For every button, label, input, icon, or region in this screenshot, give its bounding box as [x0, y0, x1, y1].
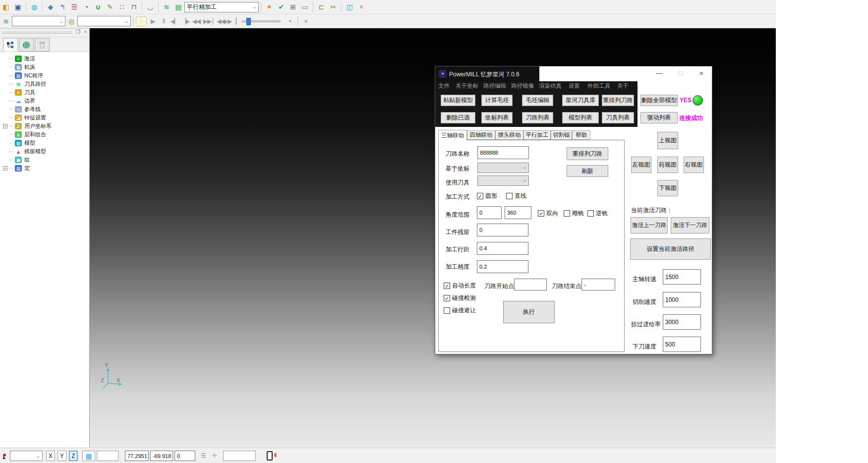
cutting-speed-input[interactable]: 1000 [663, 292, 701, 307]
tree-item-tools[interactable]: ⋔刀具 [3, 88, 89, 97]
save-icon[interactable]: ▣ [12, 2, 23, 12]
method-circle-checkbox[interactable]: ✓ 圆形 [477, 192, 497, 200]
plunge-feed-input[interactable]: 500 [663, 337, 701, 352]
block-model-icon[interactable]: ◆ [45, 2, 56, 12]
print-pot-icon[interactable]: ◍ [29, 2, 40, 12]
conventional-checkbox[interactable]: 逆铣 [587, 209, 608, 218]
tool-list-button[interactable]: 刀具列表 [602, 112, 634, 123]
tab-explorer-tree[interactable] [3, 38, 18, 52]
grid-toggle-button[interactable]: ▦ [82, 451, 95, 461]
fast-forward-icon[interactable]: ▶▶ [202, 18, 213, 25]
axis-x-button[interactable]: X [46, 451, 55, 461]
tree-item-workplanes[interactable]: +∠用户坐标系 [3, 122, 89, 130]
view-front-button[interactable]: 前视图 [657, 157, 678, 173]
simulation-speed-slider[interactable] [242, 20, 281, 22]
tab-explorer-web[interactable] [19, 38, 34, 52]
bars-tool-icon[interactable]: ☰ [69, 2, 80, 12]
measure-field[interactable] [223, 451, 256, 461]
drill-arc-icon[interactable]: ◡ [145, 2, 156, 12]
stepover-input[interactable]: 0.4 [477, 242, 528, 255]
clock-icon[interactable]: ◔ [284, 16, 295, 26]
tree-item-toolpaths[interactable]: ≋刀具路径 [3, 80, 89, 88]
close-toolbar-icon[interactable]: × [300, 16, 311, 26]
toolpath-list-button[interactable]: 刀路列表 [522, 112, 553, 123]
spindle-speed-input[interactable]: 1500 [663, 269, 701, 285]
coordinate-mode-combobox[interactable]: ⌄ [10, 451, 43, 461]
tree-item-stock-models[interactable]: ▲残留模型 [3, 147, 89, 156]
shears-icon[interactable]: ✂ [328, 2, 339, 12]
climb-checkbox[interactable]: 顺铣 [564, 209, 584, 218]
menu-render-sim[interactable]: 渲染仿真 [539, 82, 562, 90]
panel-device-icon[interactable] [267, 451, 273, 461]
tree-item-levels-sets[interactable]: ≣层和组合 [3, 130, 89, 139]
verify-check-icon[interactable]: ✔ [276, 2, 287, 12]
xyz-list-icon[interactable]: ☰ [201, 452, 206, 459]
step-back-icon[interactable]: ◀▏ [169, 18, 180, 25]
model-list-button[interactable]: 模型列表 [562, 112, 599, 123]
tab-parallel[interactable]: 平行加工 [523, 130, 551, 140]
angle-to-input[interactable]: 360 [505, 206, 531, 219]
tab-explorer-recycle[interactable] [35, 38, 50, 52]
explorer-panel-header[interactable]: ❐ × [0, 29, 89, 37]
auto-length-checkbox[interactable]: ✓ 自动长度 [444, 282, 476, 290]
star-tool-icon[interactable]: ✶ [264, 2, 275, 12]
pause-icon[interactable]: Ⅱ [158, 18, 169, 25]
skim-feed-input[interactable]: 3000 [663, 314, 701, 330]
stock-remain-input[interactable]: 0 [477, 224, 528, 236]
based-coord-select[interactable]: ⌄ [477, 163, 529, 173]
dialog-titlebar[interactable]: ✦ PowerMILL 忆梦星河 7.0.6 — □ × [435, 66, 712, 81]
menu-about-coords[interactable]: 关于坐标 [456, 82, 478, 90]
panel-close-icon[interactable]: × [84, 29, 87, 35]
tree-item-models[interactable]: ▧模型 [3, 139, 89, 147]
tolerance-input[interactable]: 0.2 [477, 260, 528, 273]
pencil-edit-icon[interactable]: ✎ [105, 2, 116, 12]
coordinate-y-field[interactable]: -69.918 [150, 451, 173, 461]
rearrange-toolpath-button[interactable]: 重排列刀路 [602, 95, 634, 106]
tree-item-macros[interactable]: +▤宏 [3, 164, 89, 173]
slider-handle[interactable] [246, 18, 251, 25]
toolpath-return-icon[interactable]: ↰ [57, 2, 68, 12]
menu-settings[interactable]: 设置 [569, 82, 580, 90]
tab-swivel[interactable]: 摆头联动 [495, 130, 523, 140]
step-forward-icon[interactable]: ▕▶ [180, 18, 191, 25]
close-button[interactable]: × [696, 68, 707, 79]
method-line-checkbox[interactable]: 直线 [506, 192, 526, 200]
binoculars-icon[interactable]: ◎ [66, 16, 77, 26]
coordinate-z-field[interactable]: 0 [174, 451, 195, 461]
delete-all-models-button[interactable]: 删除全部模型 [640, 95, 678, 106]
coord-list-button[interactable]: 坐标列表 [481, 112, 513, 123]
set-active-path-button[interactable]: 设置当前激活路径 [630, 238, 711, 260]
tool-block-icon[interactable]: ⊓ [128, 2, 139, 12]
point-picker-icon[interactable] [2, 453, 9, 460]
calculator-icon[interactable]: ⊞ [288, 2, 298, 12]
play-icon[interactable]: ▶ [147, 18, 158, 25]
view-left-button[interactable]: 左视图 [631, 157, 651, 173]
panel-grip[interactable] [2, 32, 72, 34]
axis-y-button[interactable]: Y [58, 451, 66, 461]
view-top-button[interactable]: 上视图 [657, 132, 678, 149]
drive-list-button[interactable]: 驱动列表 [640, 112, 678, 123]
tree-item-patterns[interactable]: ∿参考线 [3, 105, 89, 114]
tree-item-groups[interactable]: ▣组 [3, 156, 89, 164]
minimize-button[interactable]: — [654, 68, 665, 79]
paste-model-button[interactable]: 粘贴新模型 [441, 95, 475, 106]
strategy-combobox[interactable]: 平行精加工 ⌄ [184, 2, 259, 12]
rearrange-button[interactable]: 重排列刀路 [567, 147, 608, 160]
calc-stock-button[interactable]: 计算毛坯 [481, 95, 513, 106]
menu-external-tools[interactable]: 外部工具 [587, 82, 610, 90]
menu-about[interactable]: 关于 [617, 82, 629, 90]
skip-end-icon[interactable]: ▶▶▕ [224, 18, 234, 25]
clamp-icon[interactable]: ⊏ [316, 2, 327, 12]
stock-edit-button[interactable]: 毛坯编辑 [522, 95, 553, 106]
toolpath-combobox[interactable]: ⌄ [12, 16, 65, 26]
tree-item-nc-program[interactable]: ▤NC程序 [3, 71, 89, 80]
end-point-input[interactable]: - [581, 279, 615, 290]
tool-combobox[interactable]: ⌄ [77, 16, 131, 26]
grid-size-field[interactable] [97, 451, 118, 461]
toolpath-ribbon-icon[interactable]: ≋ [161, 2, 172, 12]
toolpath-name-input[interactable]: 888888 [477, 146, 529, 159]
use-tool-select[interactable]: ⌄ [477, 175, 529, 186]
ruler-icon[interactable]: ▭ [299, 2, 310, 12]
ball-tool-icon[interactable]: ◔ [81, 2, 92, 12]
panel-float-icon[interactable]: ❐ [76, 29, 80, 35]
